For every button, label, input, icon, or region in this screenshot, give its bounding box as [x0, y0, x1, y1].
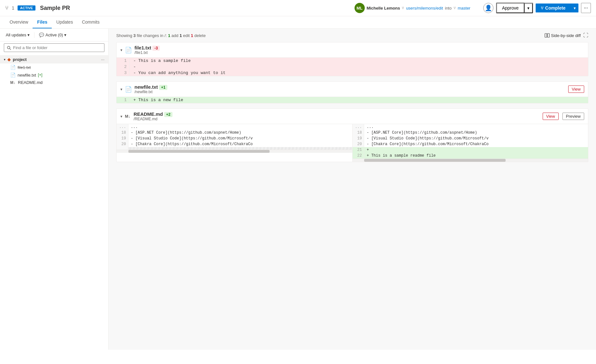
- line-content: - [Visual Studio Code](https://github.co…: [364, 136, 588, 141]
- table-row: 18 - [ASP.NET Core](https://github.com/a…: [353, 130, 588, 136]
- newfile-diff-badge: +1: [159, 85, 167, 90]
- file1-chevron[interactable]: ▾: [120, 48, 122, 52]
- folder-more[interactable]: ···: [101, 57, 104, 62]
- readme-left-scrollbar[interactable]: [117, 150, 352, 153]
- readme-md-icon-header: M↓: [125, 114, 130, 119]
- line-content: ...: [364, 124, 588, 130]
- tree-item-readme[interactable]: M↓ README.md: [0, 79, 108, 86]
- readme-view-button[interactable]: View: [543, 113, 559, 120]
- table-row: ... ...: [117, 124, 352, 130]
- file1-name: file1.txt: [18, 65, 31, 70]
- sidebar-search-container: [0, 41, 108, 54]
- line-num: ...: [353, 124, 364, 130]
- comments-chevron: ▾: [64, 33, 66, 37]
- newfile-added-badge: [+]: [38, 73, 42, 77]
- file1-diff-table: 1 - This is a sample file 2 - 3 - You ca…: [117, 58, 588, 76]
- line-num: 22: [353, 153, 364, 159]
- tab-updates[interactable]: Updates: [52, 16, 77, 28]
- target-branch-link[interactable]: master: [458, 6, 470, 11]
- table-row: 21 +: [353, 147, 588, 153]
- search-input[interactable]: [4, 43, 104, 52]
- newfile-doc-icon: 📄: [125, 86, 132, 93]
- target-branch-icon: ⑂: [454, 6, 456, 10]
- user-name: Michelle Lemons: [367, 6, 400, 11]
- table-row: 22 + This is a sample readme file: [353, 153, 588, 159]
- tab-overview[interactable]: Overview: [5, 16, 33, 28]
- file-card-file1: ▾ 📄 file1.txt -3 /file1.txt 1 - This is …: [116, 42, 588, 76]
- newfile-path: /newfile.txt: [134, 90, 167, 94]
- tab-commits[interactable]: Commits: [77, 16, 104, 28]
- table-row: 18 - [ASP.NET Core](https://github.com/a…: [117, 130, 352, 136]
- readme-md-icon: M↓: [10, 80, 15, 85]
- readme-path: /README.md: [134, 117, 172, 121]
- file1-diff-badge: -3: [152, 46, 160, 51]
- line-num: 2: [117, 64, 129, 70]
- file-card-readme: ▾ M↓ README.md +2 /README.md View Previe…: [116, 108, 588, 162]
- newfile-header: ▾ 📄 newfile.txt +1 /newfile.txt View: [117, 82, 588, 97]
- readme-right-scrollbar[interactable]: [353, 159, 588, 162]
- comments-dropdown[interactable]: 💬 Active (0) ▾: [37, 31, 68, 39]
- line-content: - This is a sample file: [129, 58, 588, 64]
- tree-item-file1[interactable]: 📄 file1.txt: [0, 63, 108, 71]
- line-num: 20: [117, 141, 128, 147]
- source-branch-link[interactable]: users/milemons/edit: [406, 6, 443, 11]
- complete-label: Complete: [545, 5, 566, 11]
- complete-button[interactable]: ⑂ Complete: [536, 4, 571, 12]
- file1-path: /file1.txt: [134, 50, 160, 55]
- newfile-diff-table: 1 + This is a new file: [117, 97, 588, 103]
- line-content: - You can add anything you want to it: [129, 70, 588, 76]
- newfile-chevron[interactable]: ▾: [120, 87, 122, 92]
- newfile-view-button[interactable]: View: [568, 85, 584, 93]
- tree-item-newfile[interactable]: 📄 newfile.txt [+]: [0, 71, 108, 79]
- approve-caret[interactable]: ▾: [524, 3, 533, 13]
- file1-diff-area: 1 - This is a sample file 2 - 3 - You ca…: [117, 58, 588, 76]
- readme-diff-badge: +2: [164, 112, 172, 117]
- line-content: - [Chakra Core](https://github.com/Micro…: [364, 141, 588, 147]
- folder-icon: ◆: [7, 57, 11, 62]
- complete-button-group: ⑂ Complete ▾: [536, 4, 578, 12]
- expand-button[interactable]: ⛶: [583, 33, 588, 38]
- tree-folder-project[interactable]: ▾ ◆ project ···: [0, 55, 108, 63]
- all-updates-chevron: ▾: [27, 33, 30, 37]
- line-num: 19: [353, 136, 364, 141]
- line-content: + This is a new file: [129, 97, 588, 103]
- readme-chevron[interactable]: ▾: [120, 114, 122, 119]
- newfile-icon: 📄: [10, 72, 16, 78]
- active-badge: ACTIVE: [18, 5, 35, 11]
- all-updates-dropdown[interactable]: All updates ▾: [4, 31, 32, 39]
- line-num: 18: [353, 130, 364, 136]
- table-row: 2 -: [117, 64, 588, 70]
- line-content: -: [129, 64, 588, 70]
- side-by-side-button[interactable]: Side-by-side diff: [545, 33, 581, 38]
- file-tree: ▾ ◆ project ··· 📄 file1.txt 📄 newfile.tx…: [0, 54, 108, 350]
- line-content: +: [364, 147, 588, 153]
- svg-rect-1: [547, 33, 549, 37]
- readme-diff-area: ... ... 18 - [ASP.NET Core](https://gith…: [117, 124, 588, 162]
- complete-branch-icon: ⑂: [541, 5, 543, 11]
- line-content: + This is a sample readme file: [364, 153, 588, 159]
- line-num: 21: [353, 147, 364, 153]
- line-content: - [ASP.NET Core](https://github.com/aspn…: [128, 130, 352, 136]
- nav-tabs: Overview Files Updates Commits: [0, 16, 596, 29]
- folder-chevron: ▾: [4, 58, 5, 61]
- comment-icon: 💬: [39, 33, 44, 37]
- content-header-right: Side-by-side diff ⛶: [545, 33, 588, 38]
- line-num: ...: [117, 124, 128, 130]
- complete-caret[interactable]: ▾: [571, 4, 578, 12]
- all-updates-label: All updates: [6, 33, 26, 37]
- approve-button-group: Approve ▾: [496, 3, 533, 13]
- table-row: 1 - This is a sample file: [117, 58, 588, 64]
- table-row: 1 + This is a new file: [117, 97, 588, 103]
- more-button[interactable]: ···: [581, 3, 591, 13]
- line-num: 18: [117, 130, 128, 136]
- readme-preview-button[interactable]: Preview: [562, 113, 584, 120]
- sidebar-toolbar: All updates ▾ 💬 Active (0) ▾: [0, 29, 108, 41]
- avatar: ML: [355, 3, 365, 13]
- tab-files[interactable]: Files: [33, 16, 52, 28]
- approve-button[interactable]: Approve: [496, 3, 524, 13]
- line-num: 1: [117, 58, 129, 64]
- table-row: 20 - [Chakra Core](https://github.com/Mi…: [117, 141, 352, 147]
- readme-left-table: ... ... 18 - [ASP.NET Core](https://gith…: [117, 124, 352, 150]
- line-num: 3: [117, 70, 129, 76]
- readme-right-side: ... ... 18 - [ASP.NET Core](https://gith…: [353, 124, 588, 162]
